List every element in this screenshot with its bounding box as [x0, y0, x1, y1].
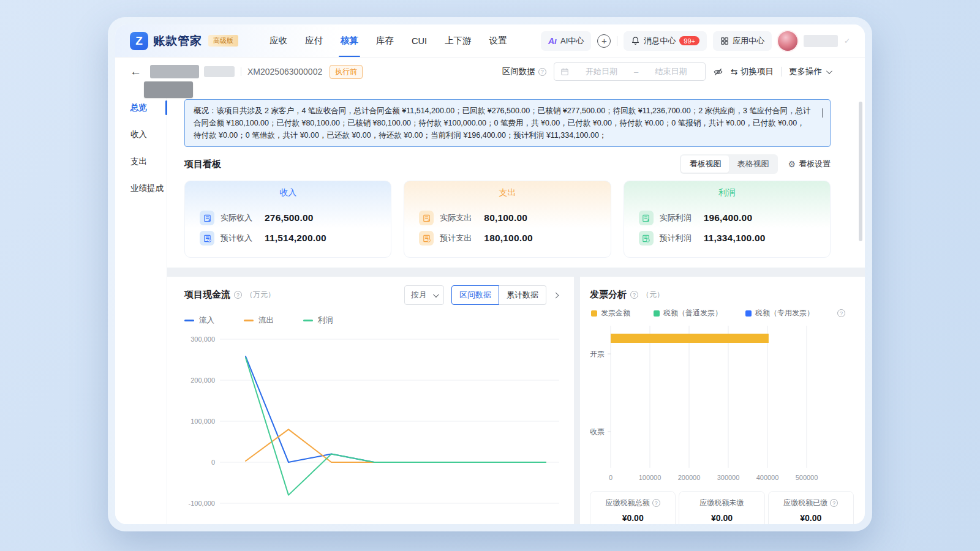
help-icon[interactable]: ? — [830, 499, 838, 507]
kpi-cards: 收入 实际收入 276,500.00 — [184, 181, 831, 258]
collapse-icon[interactable] — [822, 107, 823, 119]
legend-label: 税额（普通发票） — [663, 308, 722, 318]
actual-expense-row: 实际支出 80,100.00 — [419, 211, 610, 225]
expected-income-row: 预计收入 11,514,200.00 — [200, 231, 391, 246]
legend-profit[interactable]: 利润 — [303, 315, 333, 326]
switch-project-label: 切换项目 — [741, 66, 774, 77]
tab-range-data[interactable]: 区间数据 — [451, 285, 499, 305]
row-label: 实际收入 — [221, 212, 258, 223]
board-settings-button[interactable]: ⚙ 看板设置 — [788, 159, 831, 170]
divider — [781, 67, 782, 77]
message-center-button[interactable]: 消息中心 99+ — [624, 31, 707, 51]
nav-item-settings[interactable]: 设置 — [487, 24, 508, 57]
cashflow-title: 项目现金流 — [184, 289, 230, 301]
board-title: 项目看板 — [184, 159, 221, 170]
divider — [617, 36, 617, 46]
app-center-button[interactable]: 应用中心 — [713, 31, 772, 51]
tab-table-view[interactable]: 表格视图 — [729, 156, 777, 173]
row-value: 80,100.00 — [484, 212, 527, 223]
row-value: 11,514,200.00 — [265, 233, 326, 244]
help-icon[interactable]: ? — [630, 291, 638, 299]
app-title: 账款管家 — [153, 33, 202, 49]
document-clock-icon — [200, 231, 214, 246]
tax-unpaid-label: 应缴税额未缴 — [683, 498, 760, 508]
svg-text:开票: 开票 — [590, 350, 605, 358]
project-name-redacted — [150, 65, 199, 78]
switch-project-button[interactable]: ⇆ 切换项目 — [731, 66, 774, 77]
overview-summary: 概况：该项目共涉及 2 家客户，4 笔应收合同，总计合同金额 ¥11,514,2… — [184, 99, 831, 147]
more-actions-label: 更多操作 — [789, 66, 822, 77]
cashflow-line-chart[interactable]: 300,000200,000100,0000-100,000 — [184, 332, 559, 515]
tab-cumulative-data[interactable]: 累计数据 — [499, 285, 546, 305]
view-toggle: 看板视图 表格视图 — [680, 154, 778, 174]
app-center-label: 应用中心 — [733, 36, 764, 47]
invoice-amount-swatch — [591, 310, 597, 317]
outflow-swatch — [244, 320, 254, 321]
check-icon: ✓ — [844, 37, 850, 45]
nav-item-receivable[interactable]: 应收 — [268, 24, 289, 57]
nav-item-accounting[interactable]: 核算 — [339, 24, 360, 57]
nav-item-inventory[interactable]: 库存 — [374, 24, 396, 57]
legend-tax-special[interactable]: 税额（专用发票） — [745, 308, 814, 318]
actual-income-row: 实际收入 276,500.00 — [200, 211, 391, 225]
help-icon[interactable]: ? — [234, 291, 242, 299]
chevron-right-icon[interactable] — [553, 292, 559, 298]
message-center-label: 消息中心 — [644, 36, 676, 47]
sidebar-item-income[interactable]: 收入 — [115, 121, 167, 148]
legend-outflow[interactable]: 流出 — [244, 315, 274, 326]
back-icon[interactable]: ← — [130, 65, 141, 78]
app-window-frame: Z 账款管家 高级版 应收 应付 核算 库存 CUI 上下游 设置 Aı AI中… — [108, 17, 872, 531]
calendar-icon — [560, 67, 569, 76]
add-button[interactable]: + — [597, 34, 611, 48]
tab-board-view[interactable]: 看板视图 — [681, 156, 729, 173]
more-actions-button[interactable]: 更多操作 — [789, 66, 831, 77]
row-label: 预计利润 — [660, 233, 698, 244]
divider — [241, 67, 241, 76]
range-data-label: 区间数据 ? — [502, 66, 546, 77]
legend-label: 流入 — [199, 315, 214, 326]
hide-amounts-button[interactable] — [713, 67, 723, 77]
avatar[interactable] — [778, 31, 797, 51]
board-controls: 看板视图 表格视图 ⚙ 看板设置 — [680, 154, 831, 174]
cashflow-controls: 按月 区间数据 累计数据 — [404, 285, 558, 305]
ai-center-button[interactable]: Aı AI中心 — [541, 31, 591, 51]
svg-text:200,000: 200,000 — [190, 377, 215, 384]
help-icon[interactable]: ? — [652, 499, 660, 507]
legend-label: 发票金额 — [601, 308, 630, 318]
tax-paid-card: 应缴税额已缴? ¥0.00 — [768, 491, 854, 524]
tax-paid-label: 应缴税额已缴? — [772, 498, 850, 508]
nav-item-upstream-downstream[interactable]: 上下游 — [443, 24, 473, 57]
row-value: 11,334,100.00 — [704, 233, 766, 244]
scrollbar[interactable] — [859, 102, 862, 241]
svg-text:收票: 收票 — [590, 427, 605, 436]
nav-item-cui[interactable]: CUI — [410, 24, 429, 57]
tax-ordinary-swatch — [654, 310, 660, 317]
legend-inflow[interactable]: 流入 — [184, 315, 214, 326]
row-value: 196,400.00 — [704, 212, 753, 223]
sidebar: 总览 收入 支出 业绩提成 — [115, 86, 167, 524]
legend-tax-ordinary[interactable]: 税额（普通发票） — [654, 308, 722, 318]
sidebar-item-expense[interactable]: 支出 — [115, 148, 167, 175]
sidebar-item-overview[interactable]: 总览 — [115, 94, 167, 121]
data-mode-toggle: 区间数据 累计数据 — [451, 285, 546, 305]
nav-item-payable[interactable]: 应付 — [303, 24, 325, 57]
invoice-panel: 发票分析 ? （元） 发票金额 税额（普通发票） — [580, 277, 865, 524]
period-select[interactable]: 按月 — [404, 285, 444, 305]
help-icon[interactable]: ? — [538, 68, 546, 76]
row-label: 实际支出 — [440, 212, 478, 223]
legend-invoice-amount[interactable]: 发票金额 — [591, 308, 630, 318]
cashflow-legend: 流入 流出 利润 — [184, 315, 558, 326]
row-value: 276,500.00 — [265, 212, 314, 223]
expense-card: 支出 实际支出 80,100.00 — [404, 181, 611, 258]
date-range-input[interactable]: 开始日期 – 结束日期 — [554, 62, 706, 81]
sidebar-item-commission[interactable]: 业绩提成 — [115, 175, 167, 202]
plan-badge: 高级版 — [208, 35, 238, 47]
document-arrow-icon — [200, 211, 214, 225]
charts-row: 项目现金流 ? （万元） 按月 区间数据 累计数据 — [167, 277, 865, 524]
grid-icon — [720, 37, 729, 45]
invoice-bar-chart[interactable]: 0100000200000300000400000500000开票收票 — [590, 322, 841, 486]
legend-label: 税额（专用发票） — [755, 308, 814, 318]
tax-total-card: 应缴税额总额? ¥0.00 — [590, 491, 676, 524]
help-icon[interactable]: ? — [837, 309, 845, 317]
svg-text:400000: 400000 — [756, 474, 779, 481]
